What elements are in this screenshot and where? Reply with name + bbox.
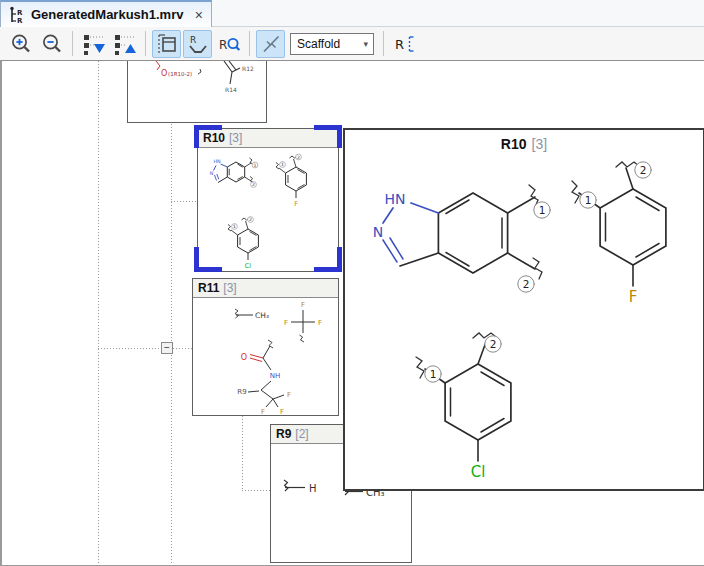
indazole-structure[interactable]: HN N 1 2	[373, 185, 550, 292]
mini-chlorophenyl-structure[interactable]: 2 1 Cl	[222, 215, 272, 271]
scaffold-structure[interactable]: O (1R10-2) R12 R14	[128, 61, 266, 121]
popup-header: R10 [3]	[345, 130, 703, 154]
mini-indazole-structure[interactable]: HN N 1 2	[204, 153, 262, 193]
scaffold-dropdown[interactable]: Scaffold ▾	[290, 33, 374, 55]
tree-connector-line	[171, 61, 172, 566]
toolbar-separator	[145, 31, 146, 56]
svg-text:2: 2	[297, 155, 300, 160]
svg-text:2: 2	[640, 164, 647, 176]
svg-text:H: H	[309, 483, 317, 494]
expand-all-icon	[82, 32, 106, 56]
rgroup-definition-icon: R	[393, 32, 417, 56]
svg-text:N: N	[373, 224, 383, 240]
svg-text:F: F	[287, 391, 291, 399]
fluorophenyl-structure[interactable]: 2 1 F	[572, 162, 666, 306]
r11-box-count: [3]	[223, 281, 236, 295]
svg-text:R12: R12	[242, 65, 254, 72]
svg-text:F: F	[629, 288, 638, 306]
r9-box-title: R9	[276, 427, 291, 441]
chlorophenyl-structure[interactable]: 2 1 Cl	[416, 333, 511, 481]
popup-title: R10	[501, 136, 527, 152]
svg-text:R: R	[190, 35, 196, 45]
expand-all-button[interactable]	[79, 30, 108, 58]
toolbar-separator	[72, 31, 73, 56]
r11-group-box[interactable]: R11 [3] CH₃ F F F O	[192, 278, 339, 416]
tab-bar: R R GeneratedMarkush1.mrv ×	[0, 0, 704, 27]
svg-text:F: F	[301, 301, 305, 309]
svg-text:Cl: Cl	[471, 463, 486, 481]
svg-text:O: O	[161, 69, 167, 78]
svg-text:N: N	[210, 171, 214, 176]
svg-text:F: F	[280, 408, 284, 415]
toolbar: R R Scaffold ▾ R	[0, 27, 704, 60]
svg-text:1: 1	[281, 162, 284, 167]
svg-text:2: 2	[490, 338, 497, 350]
svg-text:R9: R9	[237, 388, 246, 396]
svg-text:NH: NH	[270, 372, 281, 380]
svg-text:F: F	[294, 200, 298, 208]
rgroup-definition-button[interactable]: R	[390, 30, 419, 58]
scaffold-structure-box[interactable]: O (1R10-2) R12 R14	[127, 61, 267, 123]
tree-connector-line	[242, 490, 270, 491]
svg-text:1: 1	[585, 194, 592, 206]
svg-text:R: R	[219, 38, 227, 52]
mini-fluorophenyl-structure[interactable]: 2 1 F	[270, 149, 320, 213]
zoom-out-button[interactable]	[37, 30, 66, 58]
popup-structures[interactable]: HN N 1 2 2	[345, 155, 703, 489]
svg-text:1: 1	[539, 204, 546, 216]
svg-text:F: F	[284, 319, 288, 327]
svg-text:1: 1	[430, 368, 437, 380]
tree-collapse-toggle[interactable]: −	[161, 342, 173, 354]
rgroup-display-toggle[interactable]: R	[183, 30, 212, 58]
svg-text:HN: HN	[213, 159, 221, 164]
collapse-all-button[interactable]	[110, 30, 139, 58]
collapse-all-icon	[113, 32, 137, 56]
zoom-out-icon	[40, 32, 64, 56]
svg-text:2: 2	[252, 182, 255, 187]
svg-text:1: 1	[254, 163, 257, 168]
svg-text:R14: R14	[225, 86, 237, 93]
rquery-magnifier-icon: R	[217, 32, 241, 56]
toolbar-separator	[249, 31, 250, 56]
r10-box-count: [3]	[229, 131, 242, 145]
svg-text:R: R	[395, 37, 404, 52]
mini-methyl-fragment[interactable]: CH₃	[231, 307, 277, 323]
hydrogen-fragment[interactable]: H	[279, 477, 321, 499]
selection-corner	[194, 125, 199, 148]
close-icon[interactable]: ×	[195, 8, 203, 22]
svg-text:1: 1	[233, 224, 236, 229]
popup-count: [3]	[532, 136, 548, 152]
tree-connector-line	[171, 201, 197, 202]
mini-amide-fragment[interactable]: O NH R9 F F F	[217, 337, 312, 415]
selection-corner	[337, 125, 342, 148]
svg-text:2: 2	[523, 278, 530, 290]
svg-text:(1R10-2): (1R10-2)	[168, 71, 192, 77]
r10-box-title: R10	[203, 131, 225, 145]
fit-frames-toggle[interactable]	[152, 30, 181, 58]
tree-connector-line	[98, 61, 99, 566]
selection-corner	[337, 247, 342, 272]
selection-corner	[194, 247, 199, 272]
tab-generated-markush[interactable]: R R GeneratedMarkush1.mrv ×	[0, 0, 212, 27]
svg-text:R: R	[17, 9, 23, 17]
hide-rlogic-toggle[interactable]	[256, 30, 285, 58]
svg-text:R: R	[17, 17, 23, 24]
zoom-in-button[interactable]	[6, 30, 35, 58]
scaffold-dropdown-value: Scaffold	[297, 37, 340, 51]
r11-box-title: R11	[198, 281, 219, 295]
structure-canvas[interactable]: − O (1R10-2) R12 R14 R10 [3]	[0, 60, 704, 566]
svg-text:2: 2	[249, 217, 252, 222]
r10-enlarged-view: R10 [3] HN N 1	[343, 128, 704, 491]
toolbar-separator	[383, 31, 384, 56]
slash-icon	[259, 32, 283, 56]
chevron-down-icon: ▾	[363, 39, 373, 49]
r10-box-header: R10 [3]	[198, 129, 338, 148]
svg-text:O: O	[241, 353, 247, 362]
svg-text:F: F	[318, 319, 322, 327]
svg-text:Cl: Cl	[245, 262, 252, 270]
r10-group-box[interactable]: R10 [3] HN N 1 2	[197, 128, 339, 272]
rgroup-bond-icon: R	[186, 32, 210, 56]
frame-icon	[155, 32, 179, 56]
rquery-search-button[interactable]: R	[214, 30, 243, 58]
svg-text:F: F	[261, 408, 265, 415]
